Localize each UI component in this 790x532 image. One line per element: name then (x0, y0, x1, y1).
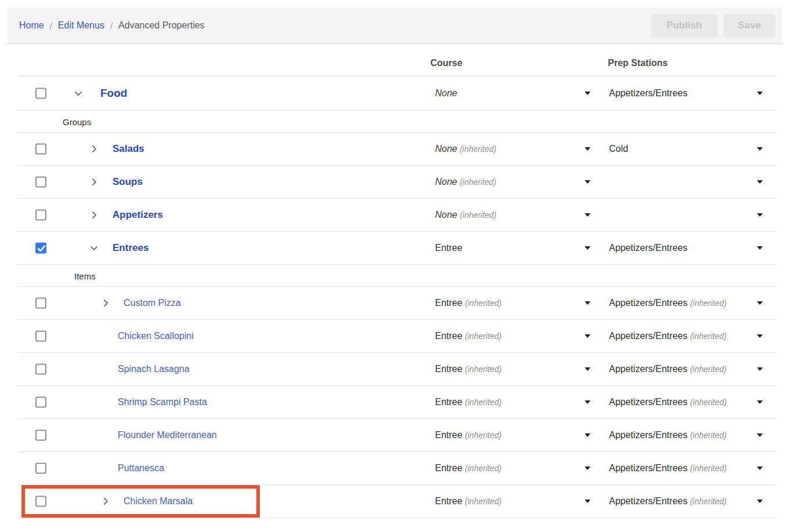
prep-dropdown-arrow-icon[interactable] (757, 213, 763, 217)
course-dropdown-arrow-icon[interactable] (585, 92, 590, 95)
course-dropdown-arrow-icon[interactable] (585, 400, 590, 404)
row-checkbox[interactable] (35, 397, 46, 408)
prep-dropdown-arrow-icon[interactable] (757, 147, 763, 151)
row-checkbox[interactable] (35, 298, 46, 309)
breadcrumb-link[interactable]: Home (19, 20, 44, 31)
prep-stations-dropdown[interactable]: Appetizers/Entrees (609, 88, 753, 99)
course-dropdown[interactable]: Entree (inherited) (435, 496, 579, 507)
chevron-down-icon[interactable] (74, 89, 83, 98)
table-row: Puttanesca Entree (inherited) Appetizers… (18, 452, 775, 485)
course-dropdown-arrow-icon[interactable] (585, 433, 590, 437)
course-dropdown-arrow-icon[interactable] (585, 180, 590, 184)
prep-stations-dropdown[interactable]: Appetizers/Entrees (inherited) (609, 364, 753, 374)
prep-dropdown-arrow-icon[interactable] (757, 400, 763, 404)
course-inherited-label: (inherited) (465, 464, 502, 473)
course-dropdown[interactable]: Entree (435, 243, 579, 253)
row-name-link[interactable]: Salads (113, 143, 144, 155)
course-dropdown-arrow-icon[interactable] (585, 467, 590, 470)
table-row: Shrimp Scampi Pasta Entree (inherited) A… (18, 386, 775, 419)
course-dropdown-arrow-icon[interactable] (585, 500, 590, 503)
course-dropdown[interactable]: None (inherited) (435, 144, 579, 154)
course-value: Entree (435, 364, 462, 374)
prep-dropdown-arrow-icon[interactable] (757, 180, 763, 184)
course-dropdown[interactable]: Entree (inherited) (435, 298, 579, 308)
row-name-link[interactable]: Shrimp Scampi Pasta (118, 397, 207, 407)
table-row: Flounder Mediterranean Entree (inherited… (18, 419, 775, 452)
row-name-link[interactable]: Spinach Lasagna (118, 364, 190, 374)
table-row: Soups None (inherited) (18, 166, 775, 199)
table-body: Food None Appetizers/Entrees Groups Sala… (18, 76, 775, 518)
prep-dropdown-arrow-icon[interactable] (757, 246, 763, 250)
prep-dropdown-arrow-icon[interactable] (757, 334, 763, 338)
prep-stations-dropdown[interactable]: Appetizers/Entrees (inherited) (609, 331, 753, 341)
row-checkbox[interactable] (35, 243, 46, 254)
row-checkbox[interactable] (35, 331, 46, 342)
prep-dropdown-arrow-icon[interactable] (757, 467, 763, 470)
breadcrumb-link[interactable]: Edit Menus (58, 20, 104, 31)
prep-dropdown-arrow-icon[interactable] (757, 92, 763, 95)
prep-stations-dropdown[interactable]: Appetizers/Entrees (609, 243, 753, 253)
course-dropdown-arrow-icon[interactable] (585, 301, 590, 305)
table-row: Salads None (inherited) Cold (18, 133, 775, 166)
prep-inherited-label: (inherited) (690, 298, 727, 308)
course-dropdown-arrow-icon[interactable] (585, 246, 590, 250)
prep-stations-dropdown[interactable]: Appetizers/Entrees (inherited) (609, 463, 753, 473)
course-dropdown[interactable]: None (435, 88, 579, 99)
course-dropdown[interactable]: None (inherited) (435, 177, 579, 187)
save-button[interactable]: Save (723, 14, 775, 38)
course-value: None (435, 210, 457, 220)
chevron-down-icon[interactable] (89, 243, 99, 253)
prep-dropdown-arrow-icon[interactable] (757, 367, 763, 371)
chevron-right-icon[interactable] (89, 177, 99, 187)
prep-stations-dropdown[interactable]: Cold (609, 144, 753, 154)
course-dropdown[interactable]: Entree (inherited) (435, 397, 579, 407)
row-name-link[interactable]: Food (100, 87, 127, 100)
course-value: None (435, 177, 457, 187)
row-name-link[interactable]: Appetizers (113, 209, 163, 221)
prep-stations-dropdown[interactable]: Appetizers/Entrees (inherited) (609, 430, 753, 440)
row-checkbox[interactable] (35, 144, 46, 155)
prep-stations-dropdown[interactable]: Appetizers/Entrees (inherited) (609, 397, 753, 407)
row-name-link[interactable]: Entrees (113, 242, 148, 254)
prep-inherited-label: (inherited) (690, 497, 727, 506)
row-checkbox[interactable] (35, 496, 46, 507)
prep-stations-dropdown[interactable]: Appetizers/Entrees (inherited) (609, 496, 753, 507)
prep-stations-dropdown[interactable]: Appetizers/Entrees (inherited) (609, 298, 753, 308)
row-checkbox[interactable] (35, 177, 46, 188)
prep-inherited-label: (inherited) (690, 365, 727, 374)
course-dropdown[interactable]: Entree (inherited) (435, 364, 579, 374)
course-dropdown-arrow-icon[interactable] (585, 213, 590, 217)
prep-dropdown-arrow-icon[interactable] (757, 500, 763, 503)
row-checkbox[interactable] (35, 430, 46, 441)
row-name-link[interactable]: Chicken Scallopini (118, 331, 194, 341)
row-checkbox[interactable] (35, 463, 46, 474)
table-row: Food None Appetizers/Entrees (18, 76, 775, 111)
row-checkbox[interactable] (35, 364, 46, 375)
course-dropdown-arrow-icon[interactable] (585, 334, 590, 338)
chevron-right-icon[interactable] (101, 497, 110, 506)
row-name-link[interactable]: Flounder Mediterranean (118, 430, 217, 440)
course-dropdown[interactable]: Entree (inherited) (435, 331, 579, 341)
breadcrumb-current: Advanced Properties (118, 20, 205, 31)
course-dropdown[interactable]: None (inherited) (435, 210, 579, 220)
row-name-link[interactable]: Soups (113, 176, 143, 188)
publish-button[interactable]: Publish (651, 14, 717, 38)
course-value: Entree (435, 496, 462, 506)
prep-dropdown-arrow-icon[interactable] (757, 433, 763, 437)
chevron-right-icon[interactable] (89, 210, 99, 220)
course-dropdown[interactable]: Entree (inherited) (435, 463, 579, 473)
row-name-link[interactable]: Chicken Marsala (124, 496, 193, 507)
row-name-link[interactable]: Puttanesca (118, 463, 164, 473)
toolbar: Publish Save (651, 14, 775, 38)
row-checkbox[interactable] (35, 210, 46, 221)
breadcrumb-separator: / (50, 21, 52, 31)
row-checkbox[interactable] (35, 88, 46, 99)
chevron-right-icon[interactable] (101, 298, 110, 308)
prep-stations-column-header: Prep Stations (608, 58, 668, 68)
course-dropdown[interactable]: Entree (inherited) (435, 430, 579, 440)
row-name-link[interactable]: Custom Pizza (124, 298, 181, 308)
chevron-right-icon[interactable] (89, 144, 99, 154)
prep-dropdown-arrow-icon[interactable] (757, 301, 763, 305)
course-dropdown-arrow-icon[interactable] (585, 147, 590, 151)
course-dropdown-arrow-icon[interactable] (585, 367, 590, 371)
